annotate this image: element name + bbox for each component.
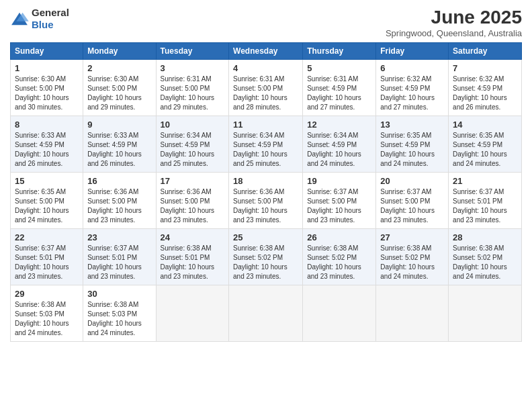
day-number: 21 — [453, 176, 517, 186]
logo: General Blue — [10, 7, 69, 31]
day-info: Sunrise: 6:30 AMSunset: 5:00 PMDaylight:… — [87, 75, 151, 112]
day-info: Sunrise: 6:38 AMSunset: 5:02 PMDaylight:… — [380, 244, 444, 281]
day-number: 24 — [161, 232, 225, 242]
day-info: Sunrise: 6:38 AMSunset: 5:02 PMDaylight:… — [233, 244, 298, 281]
day-info: Sunrise: 6:38 AMSunset: 5:03 PMDaylight:… — [87, 300, 151, 338]
calendar-cell: 16 Sunrise: 6:36 AMSunset: 5:00 PMDaylig… — [83, 173, 156, 229]
day-number: 1 — [15, 63, 79, 73]
calendar-row: 1 Sunrise: 6:30 AMSunset: 5:00 PMDayligh… — [11, 60, 522, 116]
location-title: Springwood, Queensland, Australia — [386, 28, 522, 38]
day-number: 29 — [15, 289, 79, 299]
day-number: 30 — [87, 289, 151, 299]
header-sunday: Sunday — [11, 43, 83, 60]
day-info: Sunrise: 6:37 AMSunset: 5:01 PMDaylight:… — [87, 244, 151, 281]
day-info: Sunrise: 6:33 AMSunset: 4:59 PMDaylight:… — [87, 131, 151, 169]
day-info: Sunrise: 6:34 AMSunset: 4:59 PMDaylight:… — [161, 131, 225, 169]
day-info: Sunrise: 6:31 AMSunset: 5:00 PMDaylight:… — [161, 75, 225, 112]
day-number: 23 — [87, 232, 151, 242]
logo-general: General — [32, 7, 69, 18]
day-info: Sunrise: 6:37 AMSunset: 5:01 PMDaylight:… — [15, 244, 79, 281]
calendar-cell: 15 Sunrise: 6:35 AMSunset: 5:00 PMDaylig… — [11, 173, 83, 229]
calendar-cell: 22 Sunrise: 6:37 AMSunset: 5:01 PMDaylig… — [11, 229, 83, 285]
calendar-row: 22 Sunrise: 6:37 AMSunset: 5:01 PMDaylig… — [11, 229, 522, 285]
day-number: 8 — [15, 120, 79, 130]
day-number: 14 — [453, 120, 517, 130]
calendar-row: 15 Sunrise: 6:35 AMSunset: 5:00 PMDaylig… — [11, 173, 522, 229]
day-info: Sunrise: 6:37 AMSunset: 5:00 PMDaylight:… — [380, 187, 444, 225]
day-info: Sunrise: 6:36 AMSunset: 5:00 PMDaylight:… — [87, 187, 151, 225]
header-monday: Monday — [83, 43, 156, 60]
day-info: Sunrise: 6:35 AMSunset: 4:59 PMDaylight:… — [453, 131, 517, 169]
calendar-cell — [449, 285, 522, 342]
logo-text: General Blue — [32, 7, 69, 31]
day-info: Sunrise: 6:30 AMSunset: 5:00 PMDaylight:… — [15, 75, 79, 112]
day-number: 18 — [233, 176, 298, 186]
calendar-cell — [303, 285, 376, 342]
header-thursday: Thursday — [303, 43, 376, 60]
logo-icon — [10, 11, 29, 26]
calendar-cell: 12 Sunrise: 6:34 AMSunset: 4:59 PMDaylig… — [303, 116, 376, 173]
calendar-cell: 7 Sunrise: 6:32 AMSunset: 4:59 PMDayligh… — [449, 60, 522, 116]
calendar-cell: 1 Sunrise: 6:30 AMSunset: 5:00 PMDayligh… — [11, 60, 83, 116]
day-info: Sunrise: 6:33 AMSunset: 4:59 PMDaylight:… — [15, 131, 79, 169]
day-info: Sunrise: 6:37 AMSunset: 5:01 PMDaylight:… — [453, 187, 517, 225]
day-info: Sunrise: 6:37 AMSunset: 5:00 PMDaylight:… — [307, 187, 371, 225]
day-number: 17 — [161, 176, 225, 186]
calendar-cell: 13 Sunrise: 6:35 AMSunset: 4:59 PMDaylig… — [376, 116, 449, 173]
day-info: Sunrise: 6:34 AMSunset: 4:59 PMDaylight:… — [233, 131, 298, 169]
calendar-row: 29 Sunrise: 6:38 AMSunset: 5:03 PMDaylig… — [11, 285, 522, 342]
day-number: 12 — [307, 120, 371, 130]
calendar-cell — [156, 285, 229, 342]
calendar-cell: 30 Sunrise: 6:38 AMSunset: 5:03 PMDaylig… — [83, 285, 156, 342]
calendar-cell: 14 Sunrise: 6:35 AMSunset: 4:59 PMDaylig… — [449, 116, 522, 173]
calendar-cell: 9 Sunrise: 6:33 AMSunset: 4:59 PMDayligh… — [83, 116, 156, 173]
calendar-cell: 2 Sunrise: 6:30 AMSunset: 5:00 PMDayligh… — [83, 60, 156, 116]
calendar-cell — [376, 285, 449, 342]
header: General Blue June 2025 Springwood, Queen… — [10, 7, 522, 38]
calendar-row: 8 Sunrise: 6:33 AMSunset: 4:59 PMDayligh… — [11, 116, 522, 173]
header-wednesday: Wednesday — [229, 43, 303, 60]
day-info: Sunrise: 6:34 AMSunset: 4:59 PMDaylight:… — [307, 131, 371, 169]
header-saturday: Saturday — [449, 43, 522, 60]
calendar-cell: 29 Sunrise: 6:38 AMSunset: 5:03 PMDaylig… — [11, 285, 83, 342]
day-number: 22 — [15, 232, 79, 242]
calendar-cell: 24 Sunrise: 6:38 AMSunset: 5:01 PMDaylig… — [156, 229, 229, 285]
day-number: 26 — [307, 232, 371, 242]
calendar-cell: 11 Sunrise: 6:34 AMSunset: 4:59 PMDaylig… — [229, 116, 303, 173]
page-container: General Blue June 2025 Springwood, Queen… — [0, 0, 532, 349]
day-number: 20 — [380, 176, 444, 186]
day-number: 11 — [233, 120, 298, 130]
calendar-cell: 25 Sunrise: 6:38 AMSunset: 5:02 PMDaylig… — [229, 229, 303, 285]
day-number: 25 — [233, 232, 298, 242]
day-info: Sunrise: 6:38 AMSunset: 5:02 PMDaylight:… — [453, 244, 517, 281]
day-number: 19 — [307, 176, 371, 186]
day-info: Sunrise: 6:38 AMSunset: 5:03 PMDaylight:… — [15, 300, 79, 338]
day-info: Sunrise: 6:32 AMSunset: 4:59 PMDaylight:… — [453, 75, 517, 112]
calendar-cell: 28 Sunrise: 6:38 AMSunset: 5:02 PMDaylig… — [449, 229, 522, 285]
day-number: 5 — [307, 63, 371, 73]
day-info: Sunrise: 6:35 AMSunset: 5:00 PMDaylight:… — [15, 187, 79, 225]
calendar-cell: 19 Sunrise: 6:37 AMSunset: 5:00 PMDaylig… — [303, 173, 376, 229]
day-info: Sunrise: 6:35 AMSunset: 4:59 PMDaylight:… — [380, 131, 444, 169]
logo-blue: Blue — [32, 19, 54, 30]
calendar-cell: 8 Sunrise: 6:33 AMSunset: 4:59 PMDayligh… — [11, 116, 83, 173]
day-number: 28 — [453, 232, 517, 242]
calendar-table: Sunday Monday Tuesday Wednesday Thursday… — [10, 42, 522, 342]
calendar-cell: 20 Sunrise: 6:37 AMSunset: 5:00 PMDaylig… — [376, 173, 449, 229]
day-number: 4 — [233, 63, 298, 73]
day-number: 13 — [380, 120, 444, 130]
title-block: June 2025 Springwood, Queensland, Austra… — [386, 7, 522, 38]
day-number: 6 — [380, 63, 444, 73]
calendar-cell: 21 Sunrise: 6:37 AMSunset: 5:01 PMDaylig… — [449, 173, 522, 229]
day-info: Sunrise: 6:38 AMSunset: 5:01 PMDaylight:… — [161, 244, 225, 281]
day-number: 9 — [87, 120, 151, 130]
day-number: 3 — [161, 63, 225, 73]
header-tuesday: Tuesday — [156, 43, 229, 60]
month-title: June 2025 — [386, 7, 522, 28]
calendar-cell: 17 Sunrise: 6:36 AMSunset: 5:00 PMDaylig… — [156, 173, 229, 229]
calendar-header-row: Sunday Monday Tuesday Wednesday Thursday… — [11, 43, 522, 60]
calendar-cell: 26 Sunrise: 6:38 AMSunset: 5:02 PMDaylig… — [303, 229, 376, 285]
day-number: 16 — [87, 176, 151, 186]
day-info: Sunrise: 6:36 AMSunset: 5:00 PMDaylight:… — [161, 187, 225, 225]
calendar-cell: 10 Sunrise: 6:34 AMSunset: 4:59 PMDaylig… — [156, 116, 229, 173]
